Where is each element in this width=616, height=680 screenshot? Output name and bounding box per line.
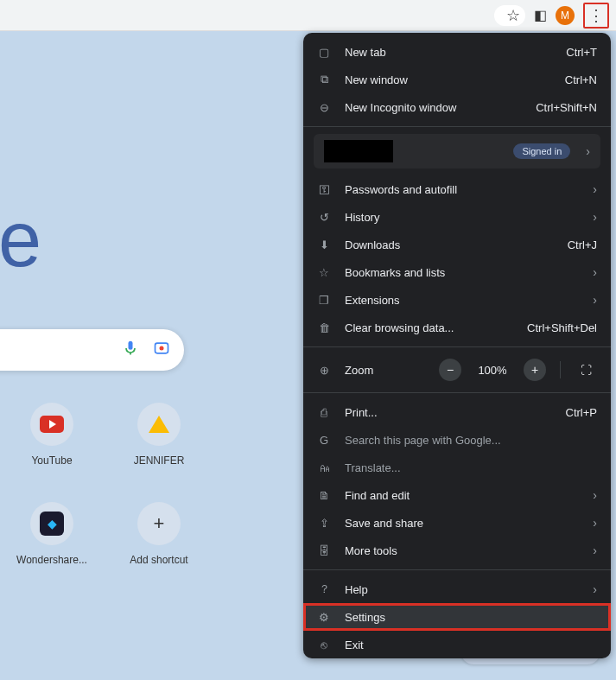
wondershare-icon: ◆ (40, 512, 64, 536)
plus-icon: + (154, 512, 165, 535)
signed-in-badge: Signed in (513, 143, 570, 159)
chevron-right-icon: › (593, 293, 597, 307)
new-tab-icon: ▢ (317, 46, 331, 59)
menu-settings[interactable]: ⚙Settings (303, 603, 611, 631)
shortcuts-row-2: ◆ Wondershare... + Add shortcut (0, 502, 202, 566)
find-icon: 🗎 (317, 489, 331, 502)
zoom-in-button[interactable]: + (524, 359, 546, 381)
browser-toolbar: ☆ ◧ M ⋮ (0, 0, 616, 31)
menu-label: History (345, 211, 579, 224)
divider (303, 569, 611, 570)
chrome-main-menu: ▢New tabCtrl+T ⧉New windowCtrl+N ⊖New In… (303, 33, 611, 658)
side-panel-icon[interactable]: ◧ (534, 7, 547, 23)
shortcut-add[interactable]: + Add shortcut (116, 502, 202, 566)
star-icon: ☆ (317, 266, 331, 279)
google-g-icon: G (317, 434, 331, 447)
divider (303, 392, 611, 393)
menu-new-incognito[interactable]: ⊖New Incognito windowCtrl+Shift+N (303, 93, 611, 121)
extension-icon: ❐ (317, 294, 331, 307)
menu-label: Help (345, 583, 579, 596)
menu-new-window[interactable]: ⧉New windowCtrl+N (303, 66, 611, 93)
menu-label: New Incognito window (345, 101, 522, 114)
menu-downloads[interactable]: ⬇DownloadsCtrl+J (303, 231, 611, 258)
shortcut-youtube[interactable]: YouTube (9, 403, 95, 467)
zoom-out-button[interactable]: − (439, 359, 461, 381)
exit-icon: ⎋ (317, 639, 331, 651)
kebab-icon: ⋮ (588, 8, 604, 23)
toolbox-icon: 🗄 (317, 544, 331, 557)
menu-label: Print... (345, 406, 552, 419)
history-icon: ↺ (317, 211, 331, 224)
menu-print[interactable]: ⎙Print...Ctrl+P (303, 398, 611, 426)
drive-icon (149, 416, 169, 433)
zoom-value: 100% (475, 364, 510, 377)
menu-translate: 🗛Translate... (303, 454, 611, 481)
omnibox-end: ☆ (494, 5, 525, 26)
chevron-right-icon: › (593, 265, 597, 279)
shortcut-label: YouTube (31, 454, 72, 467)
menu-clear-data[interactable]: 🗑Clear browsing data...Ctrl+Shift+Del (303, 314, 611, 341)
menu-shortcut: Ctrl+N (565, 73, 597, 86)
menu-label: Downloads (345, 238, 554, 251)
menu-label: Translate... (345, 461, 597, 474)
chevron-right-icon: › (593, 543, 597, 557)
menu-shortcut: Ctrl+T (566, 46, 597, 59)
separator (560, 361, 561, 378)
translate-icon: 🗛 (317, 461, 331, 474)
lens-icon[interactable] (153, 340, 170, 360)
menu-label: Extensions (345, 294, 579, 307)
menu-profile[interactable]: Signed in › (314, 134, 600, 168)
youtube-icon (40, 416, 64, 433)
menu-exit[interactable]: ⎋Exit (303, 631, 611, 658)
menu-label: Bookmarks and lists (345, 266, 579, 279)
fullscreen-button[interactable]: ⛶ (575, 359, 597, 381)
menu-label: Find and edit (345, 489, 579, 502)
menu-passwords[interactable]: ⚿Passwords and autofill› (303, 175, 611, 203)
menu-new-tab[interactable]: ▢New tabCtrl+T (303, 38, 611, 66)
menu-label: Save and share (345, 517, 579, 530)
menu-label: More tools (345, 544, 579, 557)
incognito-icon: ⊖ (317, 101, 331, 114)
chevron-right-icon: › (593, 182, 597, 196)
share-icon: ⇪ (317, 517, 331, 530)
download-icon: ⬇ (317, 238, 331, 251)
menu-label: Clear browsing data... (345, 321, 513, 334)
chevron-right-icon: › (593, 488, 597, 502)
menu-label: New tab (345, 46, 552, 59)
shortcut-label: JENNIFER (134, 454, 185, 467)
svg-point-1 (160, 346, 164, 351)
menu-extensions[interactable]: ❐Extensions› (303, 286, 611, 314)
menu-search-page: GSearch this page with Google... (303, 426, 611, 454)
trash-icon: 🗑 (317, 321, 331, 334)
bookmark-star-icon[interactable]: ☆ (506, 6, 520, 25)
menu-label: Settings (345, 611, 597, 624)
menu-shortcut: Ctrl+Shift+Del (527, 321, 597, 334)
new-window-icon: ⧉ (317, 73, 331, 86)
menu-shortcut: Ctrl+P (566, 406, 597, 419)
shortcut-wondershare[interactable]: ◆ Wondershare... (9, 502, 95, 566)
menu-save-share[interactable]: ⇪Save and share› (303, 509, 611, 537)
menu-bookmarks[interactable]: ☆Bookmarks and lists› (303, 258, 611, 286)
shortcut-jennifer[interactable]: JENNIFER (116, 403, 202, 467)
zoom-label: Zoom (345, 364, 425, 377)
menu-more-tools[interactable]: 🗄More tools› (303, 537, 611, 564)
chevron-right-icon: › (593, 582, 597, 596)
menu-find[interactable]: 🗎Find and edit› (303, 481, 611, 509)
menu-history[interactable]: ↺History› (303, 203, 611, 231)
profile-avatar[interactable]: M (556, 6, 575, 25)
menu-label: New window (345, 73, 551, 86)
menu-label: Exit (345, 639, 597, 651)
chrome-menu-button[interactable]: ⋮ (583, 3, 609, 29)
menu-shortcut: Ctrl+Shift+N (536, 101, 597, 114)
menu-label: Passwords and autofill (345, 183, 579, 196)
chevron-right-icon: › (593, 210, 597, 224)
menu-label: Search this page with Google... (345, 434, 597, 447)
search-box[interactable] (0, 329, 184, 371)
mic-icon[interactable] (122, 340, 139, 360)
gear-icon: ⚙ (317, 611, 331, 624)
chevron-right-icon: › (586, 144, 590, 158)
chevron-right-icon: › (593, 516, 597, 530)
menu-zoom: ⊕ Zoom − 100% + ⛶ (303, 353, 611, 387)
menu-help[interactable]: ？Help› (303, 575, 611, 603)
google-logo-fragment: le (0, 195, 38, 284)
